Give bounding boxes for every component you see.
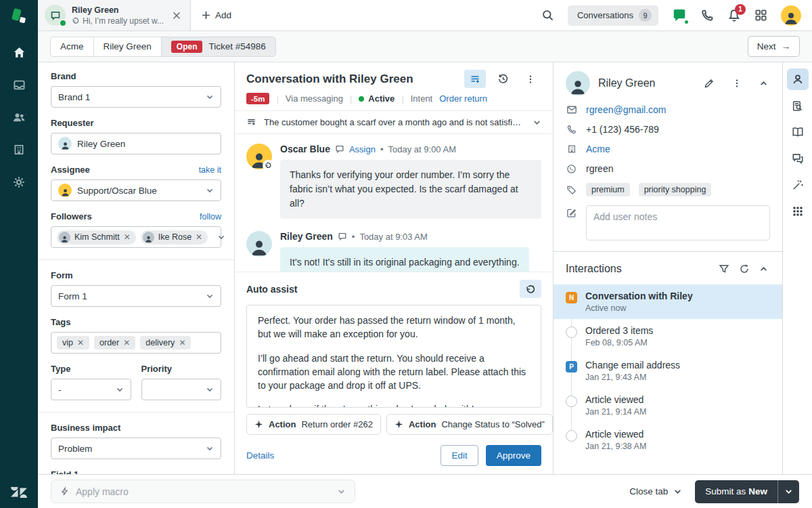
type-value: - bbox=[58, 385, 110, 395]
apply-macro-input[interactable] bbox=[76, 486, 330, 497]
next-ticket-button[interactable]: Next → bbox=[748, 36, 800, 57]
kebab-menu-icon[interactable] bbox=[730, 77, 744, 90]
requester-value: Riley Green bbox=[77, 139, 214, 149]
remove-tag-icon[interactable]: ✕ bbox=[123, 338, 130, 347]
follow-link[interactable]: follow bbox=[200, 212, 221, 221]
approve-button[interactable]: Approve bbox=[486, 445, 541, 466]
chevron-down-icon bbox=[206, 292, 214, 300]
interaction-item[interactable]: Article viewed Jan 21, 9:38 AM bbox=[554, 423, 782, 457]
close-tab-control[interactable]: Close tab bbox=[629, 486, 682, 496]
chat-status-icon[interactable] bbox=[672, 8, 687, 23]
notifications-bell-icon[interactable]: 1 bbox=[727, 9, 741, 22]
interaction-item[interactable]: P Change email address Jan 21, 9:43 AM bbox=[554, 354, 782, 388]
intent-value-link[interactable]: Order return bbox=[439, 93, 487, 104]
apps-dots-icon[interactable] bbox=[787, 200, 809, 222]
customer-tag-chip: premium bbox=[586, 183, 630, 196]
customers-icon[interactable] bbox=[5, 104, 32, 131]
user-avatar[interactable] bbox=[781, 5, 801, 26]
interaction-item[interactable]: Article viewed Jan 21, 9:14 AM bbox=[554, 388, 782, 423]
summarize-icon[interactable] bbox=[464, 70, 486, 88]
auto-assist-ai-icon[interactable] bbox=[520, 280, 541, 298]
organizations-icon[interactable] bbox=[5, 136, 32, 163]
session-status: Active bbox=[368, 93, 394, 104]
search-icon[interactable] bbox=[541, 9, 554, 22]
tags-field[interactable]: vip✕ order✕ delivery✕ bbox=[51, 332, 221, 354]
knowledge-book-icon[interactable] bbox=[787, 121, 809, 143]
user-notes-input[interactable] bbox=[586, 205, 770, 240]
tab-close-icon[interactable] bbox=[170, 9, 183, 22]
close-tab-label: Close tab bbox=[629, 486, 668, 496]
filter-funnel-icon[interactable] bbox=[717, 261, 731, 276]
brand-label: Brand bbox=[51, 71, 76, 81]
edit-button[interactable]: Edit bbox=[441, 445, 478, 466]
priority-select[interactable] bbox=[141, 379, 222, 400]
zendesk-mark-icon bbox=[10, 486, 28, 499]
requester-avatar bbox=[58, 137, 72, 150]
requester-field[interactable]: Riley Green bbox=[51, 133, 221, 154]
ticket-tab[interactable]: Riley Green Hi, I’m really upset w... bbox=[38, 0, 191, 30]
kebab-menu-icon[interactable] bbox=[520, 70, 541, 88]
breadcrumb-org[interactable]: Acme bbox=[51, 37, 94, 56]
assignee-label: Assignee bbox=[51, 165, 90, 175]
remove-follower-icon[interactable]: ✕ bbox=[124, 232, 131, 242]
interaction-badge-p: P bbox=[566, 361, 577, 373]
submit-as-button[interactable]: Submit as New bbox=[695, 480, 777, 503]
remove-tag-icon[interactable]: ✕ bbox=[179, 338, 185, 347]
article-search-icon[interactable] bbox=[787, 95, 809, 117]
apps-grid-icon[interactable] bbox=[754, 9, 767, 22]
assignee-select[interactable]: Support/Oscar Blue bbox=[51, 179, 221, 201]
conversations-button[interactable]: Conversations 9 bbox=[568, 5, 658, 26]
chevron-down-icon[interactable] bbox=[533, 118, 541, 127]
admin-gear-icon[interactable] bbox=[5, 169, 32, 196]
remove-follower-icon[interactable]: ✕ bbox=[196, 232, 202, 242]
views-icon[interactable] bbox=[5, 71, 32, 98]
submit-options-chevron[interactable] bbox=[777, 480, 799, 503]
customer-name: Riley Green bbox=[598, 77, 688, 89]
action-text: Return order #262 bbox=[301, 419, 373, 429]
collapse-chevron-icon[interactable] bbox=[757, 77, 770, 90]
interaction-item[interactable]: Ordered 3 items Feb 08, 9:05 AM bbox=[554, 319, 782, 354]
follower-chip: Kim Schmitt ✕ bbox=[57, 230, 136, 245]
collapse-chevron-icon[interactable] bbox=[757, 263, 770, 276]
conversations-bubbles-icon[interactable] bbox=[787, 148, 809, 169]
assign-link[interactable]: Assign bbox=[349, 144, 376, 154]
chevron-down-icon[interactable] bbox=[337, 487, 346, 496]
type-select[interactable]: - bbox=[51, 379, 131, 400]
brand-select[interactable]: Brand 1 bbox=[51, 86, 221, 108]
auto-assist-draft[interactable]: Perfect. Your order has passed the retur… bbox=[246, 305, 541, 408]
details-link[interactable]: Details bbox=[246, 450, 441, 461]
conversation-summary-bar[interactable]: The customer bought a scarf over a month… bbox=[235, 111, 553, 134]
divider bbox=[38, 259, 234, 260]
customer-profile-icon[interactable] bbox=[787, 68, 809, 90]
business-impact-label: Business impact bbox=[51, 423, 120, 433]
ai-wand-icon[interactable] bbox=[787, 174, 809, 196]
business-impact-select[interactable]: Problem bbox=[51, 438, 221, 459]
customer-organization[interactable]: Acme bbox=[586, 144, 610, 154]
tag-name: order bbox=[99, 338, 119, 347]
take-it-link[interactable]: take it bbox=[199, 165, 221, 175]
interaction-title: Conversation with Riley bbox=[585, 291, 771, 301]
refresh-icon[interactable] bbox=[737, 261, 752, 276]
action-chip-change-status[interactable]: Action Change Status to “Solved” bbox=[386, 414, 553, 435]
home-icon[interactable] bbox=[5, 39, 32, 66]
action-chip-return-order[interactable]: Action Return order #262 bbox=[246, 414, 381, 435]
phone-icon[interactable] bbox=[700, 9, 714, 22]
conversation-title: Conversation with Riley Green bbox=[246, 72, 458, 86]
breadcrumb-person[interactable]: Riley Green bbox=[94, 37, 162, 56]
customer-email[interactable]: rgreen@gmail.com bbox=[586, 104, 666, 115]
priority-label: Priority bbox=[141, 364, 173, 374]
interactions-title: Interactions bbox=[566, 263, 711, 275]
apply-macro-field[interactable] bbox=[51, 480, 355, 503]
history-icon[interactable] bbox=[492, 70, 514, 88]
form-select[interactable]: Form 1 bbox=[51, 285, 221, 307]
auto-assist-title: Auto assist bbox=[246, 284, 520, 295]
tab-title: Riley Green bbox=[72, 5, 164, 16]
submit-status: New bbox=[748, 486, 767, 496]
customer-whatsapp: rgreen bbox=[586, 163, 613, 174]
add-tab-button[interactable]: Add bbox=[202, 10, 231, 20]
interaction-item[interactable]: N Conversation with Riley Active now bbox=[554, 284, 782, 319]
left-nav-rail bbox=[0, 0, 38, 508]
followers-field[interactable]: Kim Schmitt ✕ Ike Rose ✕ bbox=[51, 226, 221, 248]
edit-pencil-icon[interactable] bbox=[702, 76, 717, 91]
remove-tag-icon[interactable]: ✕ bbox=[77, 338, 84, 347]
